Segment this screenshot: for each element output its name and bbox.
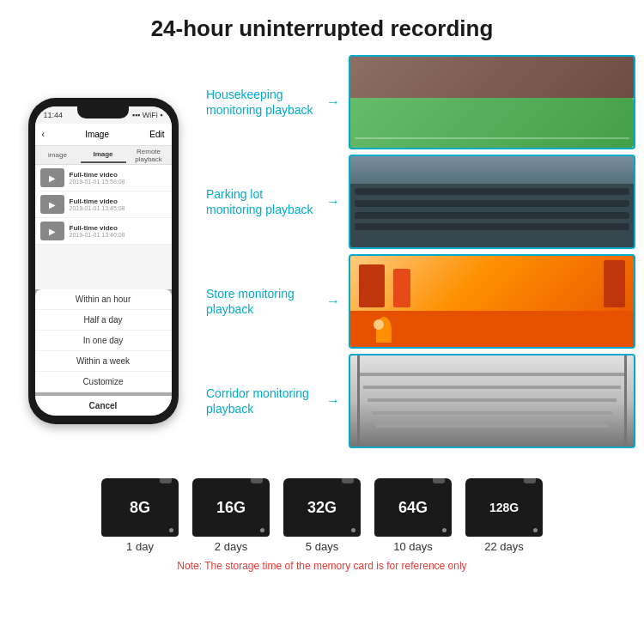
sd-label-1: 16G: [216, 499, 246, 517]
monitoring-label-3: Store monitoringplayback: [206, 286, 318, 317]
monitoring-row-1: Housekeepingmonitoring playback →: [206, 55, 635, 149]
monitoring-text-1: Housekeepingmonitoring playback: [206, 88, 313, 117]
arrow-icon-4: →: [325, 393, 342, 409]
dropdown-item-1[interactable]: Half a day: [35, 310, 172, 331]
dropdown-item-0[interactable]: Within an hour: [35, 289, 172, 310]
monitoring-section: Housekeepingmonitoring playback → Parkin…: [206, 51, 635, 471]
video-title-3: Full-time video: [70, 224, 167, 232]
storage-note: Note: The storage time of the memory car…: [177, 560, 466, 572]
video-title-2: Full-time video: [70, 197, 167, 205]
sd-card-4: 128G: [465, 478, 543, 537]
phone-time: 11:44: [44, 111, 64, 119]
monitoring-row-4: Corridor monitoringplayback →: [206, 354, 635, 448]
video-date-2: 2019-01-01 13:45:08: [70, 205, 167, 211]
sd-dot-3: [442, 528, 447, 532]
video-item-3[interactable]: ▶ Full-time video 2019-01-01 13:40:08: [35, 218, 172, 245]
dropdown-item-2[interactable]: In one day: [35, 331, 172, 351]
storage-card-wrap-4: 128G 22 days: [465, 478, 543, 553]
video-date-3: 2019-01-01 13:40:08: [70, 232, 167, 238]
dropdown-item-3[interactable]: Within a week: [35, 351, 172, 372]
storage-card-wrap-0: 8G 1 day: [101, 478, 179, 553]
monitoring-photo-4: [349, 354, 635, 448]
tab-remote[interactable]: Remote playback: [126, 144, 172, 167]
arrow-icon-3: →: [325, 294, 342, 309]
storage-card-wrap-3: 64G 10 days: [374, 478, 452, 553]
monitoring-photo-3: [349, 254, 635, 349]
cancel-button[interactable]: Cancel: [35, 396, 172, 416]
storage-section: 8G 1 day 16G 2 days 32G 5 days 64G 10 da…: [0, 471, 644, 576]
video-info-3: Full-time video 2019-01-01 13:40:08: [70, 224, 167, 238]
phone-nav-bar: ‹ Image Edit: [35, 124, 172, 146]
video-info-1: Full-time video 2019-01-01 15:58:08: [70, 171, 167, 185]
phone-screen: 11:44 ▪▪▪ WiFi ▪ ‹ Image Edit image Imag…: [35, 106, 172, 416]
phone-mockup: 11:44 ▪▪▪ WiFi ▪ ‹ Image Edit image Imag…: [28, 98, 179, 424]
phone-signal: ▪▪▪ WiFi ▪: [132, 111, 163, 119]
sd-dot-1: [260, 528, 264, 532]
video-thumb-3: ▶: [40, 222, 64, 240]
back-icon[interactable]: ‹: [42, 130, 45, 139]
storage-cards: 8G 1 day 16G 2 days 32G 5 days 64G 10 da…: [101, 478, 543, 553]
sd-dot-2: [351, 528, 355, 532]
monitoring-text-4: Corridor monitoringplayback: [206, 386, 309, 416]
play-icon-1: ▶: [49, 173, 56, 183]
sd-label-4: 128G: [489, 501, 519, 514]
monitoring-row-3: Store monitoringplayback →: [206, 254, 635, 349]
sd-label-3: 64G: [398, 499, 428, 517]
screen-title: Image: [85, 130, 109, 139]
page-header: 24-hour uninterrupted recording: [0, 0, 644, 51]
video-date-1: 2019-01-01 15:58:08: [70, 179, 167, 185]
storage-days-2: 5 days: [306, 540, 338, 553]
storage-card-wrap-1: 16G 2 days: [192, 478, 270, 553]
phone-section: 11:44 ▪▪▪ WiFi ▪ ‹ Image Edit image Imag…: [9, 51, 197, 471]
sd-label-2: 32G: [307, 499, 337, 517]
video-thumb-1: ▶: [40, 168, 64, 187]
storage-card-wrap-2: 32G 5 days: [283, 478, 361, 553]
monitoring-row-2: Parking lotmonitoring playback →: [206, 155, 635, 249]
monitoring-label-4: Corridor monitoringplayback: [206, 386, 318, 416]
video-title-1: Full-time video: [70, 171, 167, 179]
dropdown-overlay: Within an hour Half a day In one day Wit…: [35, 289, 172, 416]
phone-tabs: image Image Remote playback: [35, 146, 172, 165]
storage-days-4: 22 days: [484, 540, 524, 553]
monitoring-photo-2: [349, 155, 635, 249]
sd-card-1: 16G: [192, 478, 270, 537]
dropdown-item-4[interactable]: Customize: [35, 372, 172, 392]
video-info-2: Full-time video 2019-01-01 13:45:08: [70, 197, 167, 211]
storage-days-1: 2 days: [215, 540, 247, 553]
arrow-icon-2: →: [325, 194, 342, 210]
dropdown-menu: Within an hour Half a day In one day Wit…: [35, 289, 172, 392]
video-thumb-2: ▶: [40, 195, 64, 214]
play-icon-3: ▶: [49, 227, 56, 236]
monitoring-photo-1: [349, 55, 635, 149]
video-item-2[interactable]: ▶ Full-time video 2019-01-01 13:45:08: [35, 191, 172, 218]
page-title: 24-hour uninterrupted recording: [9, 15, 635, 42]
tab-image-active[interactable]: Image: [81, 147, 126, 163]
monitoring-text-2: Parking lotmonitoring playback: [206, 187, 313, 216]
sd-dot-0: [169, 528, 173, 532]
play-icon-2: ▶: [49, 200, 56, 210]
main-content: 11:44 ▪▪▪ WiFi ▪ ‹ Image Edit image Imag…: [0, 51, 644, 471]
video-item-1[interactable]: ▶ Full-time video 2019-01-01 15:58:08: [35, 165, 172, 191]
tab-image[interactable]: image: [35, 148, 81, 162]
monitoring-label-2: Parking lotmonitoring playback: [206, 186, 318, 217]
sd-dot-4: [533, 528, 538, 532]
phone-notch: [77, 106, 129, 118]
storage-days-0: 1 day: [126, 540, 154, 553]
storage-days-3: 10 days: [393, 540, 433, 553]
sd-card-0: 8G: [101, 478, 179, 537]
sd-card-3: 64G: [374, 478, 452, 537]
monitoring-label-1: Housekeepingmonitoring playback: [206, 87, 318, 118]
arrow-icon-1: →: [325, 94, 342, 110]
monitoring-text-3: Store monitoringplayback: [206, 287, 295, 316]
sd-label-0: 8G: [130, 499, 150, 517]
sd-card-2: 32G: [283, 478, 361, 537]
edit-button[interactable]: Edit: [149, 130, 164, 139]
